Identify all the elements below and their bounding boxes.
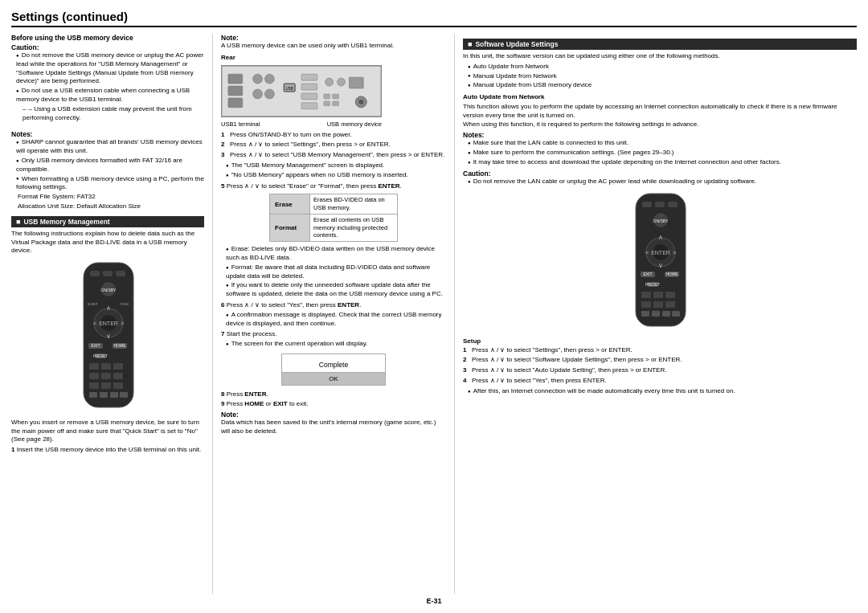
remote-svg-right: ON/SBY ENTER ∧ ∨ < > EXIT HOME PRESET [618, 190, 702, 334]
method-3: Manual Update from USB memory device [468, 81, 857, 90]
screen-note: The screen for the current operation wil… [226, 340, 446, 349]
svg-rect-25 [89, 382, 99, 389]
svg-rect-54 [333, 94, 339, 99]
svg-text:ENTER: ENTER [651, 250, 670, 255]
svg-text:USB: USB [286, 87, 293, 91]
svg-text:<: < [645, 249, 649, 256]
svg-rect-45 [301, 84, 317, 90]
note-item-1: SHARP cannot guarantee that all brands' … [16, 138, 204, 156]
svg-rect-24 [113, 373, 123, 379]
svg-text:ON/SBY: ON/SBY [653, 219, 669, 223]
erase-format-notes: Erase: Deletes only BD-VIDEO data writte… [221, 245, 446, 299]
right-notes-label: Notes: [463, 131, 857, 139]
right-note-1: Make sure that the LAN cable is connecte… [468, 139, 857, 148]
note2-label: Note: [221, 411, 446, 419]
svg-text:∨: ∨ [658, 262, 663, 269]
svg-rect-55 [324, 100, 330, 105]
step6-notes: A confirmation message is displayed. Che… [221, 311, 446, 329]
svg-rect-60 [668, 202, 678, 207]
methods-list: Auto Update from Network Manual Update f… [463, 63, 857, 90]
svg-rect-30 [110, 392, 118, 398]
step8-text: 8 Press ENTER. [221, 390, 446, 399]
caution-item-2: Do not use a USB extension cable when co… [16, 87, 204, 104]
step7-notes: The screen for the current operation wil… [221, 340, 446, 349]
rear-label: Rear [221, 54, 446, 63]
setup-step-4: Press ∧ / ∨ to select "Yes", then press … [463, 377, 857, 386]
svg-text:SLEEP: SLEEP [87, 302, 97, 306]
note-item-2: Only USB memory devices formatted with F… [16, 157, 204, 174]
step6-text: 6 Press ∧ / ∨ to select "Yes", then pres… [221, 301, 446, 310]
complete-dialog: Complete OK [281, 353, 386, 386]
optional-note: If you want to delete only the unneeded … [226, 281, 446, 299]
right-notes-list: Make sure that the LAN cable is connecte… [463, 139, 857, 166]
page-container: Settings (continued) Before using the US… [0, 0, 868, 613]
svg-rect-80 [653, 301, 663, 308]
step5-text: 5 Press ∧ / ∨ to select "Erase" or "Form… [221, 182, 446, 191]
svg-rect-27 [113, 382, 123, 389]
svg-rect-44 [301, 74, 317, 80]
step-4: Press ∧ / ∨ to select "USB Memory Manage… [221, 151, 446, 160]
main-content: Before using the USB memory device Cauti… [11, 34, 857, 594]
mid-note-label: Note: [221, 34, 446, 42]
svg-rect-3 [116, 271, 125, 276]
right-caution-list: Do not remove the LAN cable or unplug th… [463, 178, 857, 186]
svg-rect-59 [655, 202, 665, 207]
alloc-line: Allocation Unit Size: Default Allocation… [11, 202, 204, 211]
svg-text:FUNC: FUNC [120, 302, 129, 306]
method-2: Manual Update from Network [468, 72, 857, 81]
caution-list: Do not remove the USB memory device or u… [11, 51, 204, 104]
usb-screen-notes: The "USB Memory Management" screen is di… [221, 161, 446, 180]
software-section-box: Software Update Settings [463, 39, 857, 50]
notes-list-left: SHARP cannot guarantee that all brands' … [11, 138, 204, 192]
svg-rect-1 [90, 271, 100, 276]
erase-format-dialog: Erase Erases BD-VIDEO data on USB memory… [269, 194, 398, 242]
svg-text:<: < [92, 320, 96, 327]
svg-text:∧: ∧ [106, 304, 111, 312]
svg-rect-53 [324, 94, 330, 99]
setup-step-1: Press ∧ / ∨ to select "Settings", then p… [463, 346, 857, 355]
svg-rect-46 [301, 93, 317, 100]
mid-note-usb: A USB memory device can be used only wit… [221, 42, 446, 51]
svg-rect-82 [641, 311, 649, 317]
format-line: Format File System: FAT32 [11, 193, 204, 202]
before-usb-heading: Before using the USB memory device [11, 34, 204, 42]
svg-text:>: > [120, 320, 124, 327]
step-3: Press ∧ / ∨ to select "Settings", then p… [221, 141, 446, 149]
svg-rect-77 [653, 292, 663, 298]
svg-point-49 [338, 78, 346, 86]
erase-note: Erase: Deletes only BD-VIDEO data writte… [226, 245, 446, 263]
svg-rect-76 [641, 292, 651, 298]
format-row: Format Erase all contents on USB memory … [270, 215, 397, 241]
svg-rect-36 [228, 86, 243, 96]
svg-rect-78 [665, 292, 675, 298]
svg-point-48 [326, 78, 334, 86]
format-desc: Erase all contents on USB memory includi… [310, 215, 397, 241]
caution-item-1: Do not remove the USB memory device or u… [16, 51, 204, 86]
svg-rect-2 [103, 271, 113, 276]
usb-screen-note: The "USB Memory Management" screen is di… [226, 161, 446, 170]
page-title: Settings (continued) [11, 10, 857, 27]
svg-rect-19 [89, 363, 99, 370]
erase-btn: Erase [270, 194, 310, 214]
svg-rect-83 [652, 311, 660, 317]
svg-text:HOME: HOME [113, 343, 126, 348]
note2-text: Data which has been saved to the unit's … [221, 419, 446, 436]
right-note-2: Make sure to perform the communication s… [468, 149, 857, 157]
confirmation-note: A confirmation message is displayed. Che… [226, 311, 446, 329]
svg-point-39 [264, 74, 274, 84]
step-2: Press ON/STAND-BY to turn on the power. [221, 131, 446, 140]
steps-2-4: Press ON/STAND-BY to turn on the power. … [221, 131, 446, 160]
svg-rect-79 [641, 301, 651, 308]
col-right: Software Update Settings In this unit, t… [463, 34, 857, 594]
svg-rect-37 [228, 98, 243, 108]
usb1-label: USB1 terminal [221, 121, 260, 128]
svg-text:>: > [672, 249, 676, 256]
method-1: Auto Update from Network [468, 63, 857, 72]
svg-rect-50 [349, 77, 363, 88]
svg-rect-22 [89, 373, 99, 379]
divider-2 [454, 34, 455, 594]
svg-text:ON/SBY: ON/SBY [100, 288, 117, 292]
setup-steps: Press ∧ / ∨ to select "Settings", then p… [463, 346, 857, 386]
usb-section-body: The following instructions explain how t… [11, 230, 204, 255]
svg-text:PRESET: PRESET [645, 283, 659, 287]
